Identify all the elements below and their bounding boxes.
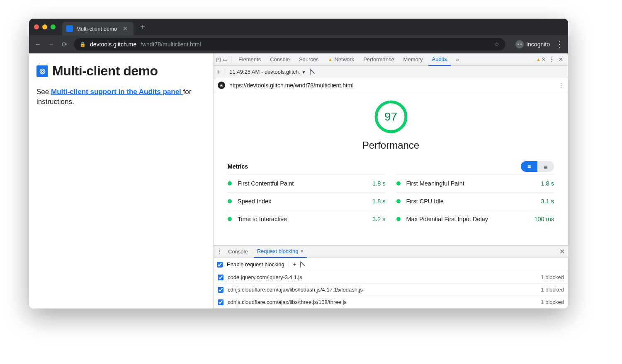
device-toggle-icon[interactable]: ▭	[223, 56, 228, 63]
drawer-tab-console[interactable]: Console	[225, 246, 251, 258]
pattern-checkbox[interactable]	[218, 287, 224, 293]
status-dot-icon	[396, 199, 401, 203]
browser-tab[interactable]: Multi-client demo ✕	[62, 22, 134, 35]
metric-row: First CPU Idle3.1 s	[396, 192, 554, 210]
devtools-drawer: ⋮ Console Request blocking× ✕ Enable req…	[214, 245, 568, 309]
audits-report: 97 Performance Metrics ≡ ≣ First Content…	[214, 92, 568, 245]
blocked-pattern-row[interactable]: cdnjs.cloudflare.com/ajax/libs/three.js/…	[214, 296, 568, 309]
tabs-overflow-button[interactable]: »	[452, 53, 463, 66]
close-window-button[interactable]	[34, 24, 39, 29]
drawer-tab-request-blocking[interactable]: Request blocking×	[254, 246, 307, 258]
blocked-count: 1 blocked	[541, 274, 564, 280]
blocked-pattern-row[interactable]: cdnjs.cloudflare.com/ajax/libs/lodash.js…	[214, 284, 568, 296]
inspect-icon[interactable]: ◰	[216, 56, 221, 63]
tab-memory[interactable]: Memory	[400, 53, 427, 66]
metrics-view-toggle[interactable]: ≡ ≣	[521, 161, 554, 172]
browser-window: Multi-client demo ✕ + ← → ⟳ 🔒 devtools.g…	[29, 19, 568, 309]
audited-url: https://devtools.glitch.me/wndt78/multic…	[229, 82, 354, 89]
blocked-pattern-row[interactable]: code.jquery.com/jquery-3.4.1.js 1 blocke…	[214, 271, 568, 284]
warning-icon: ▲	[328, 57, 333, 63]
tab-elements[interactable]: Elements	[235, 53, 265, 66]
metrics-heading: Metrics	[228, 163, 248, 170]
score-value: 97	[374, 100, 408, 134]
status-dot-icon	[396, 181, 401, 186]
audits-toolbar: + 11:49:25 AM - devtools.glitch. ▼	[214, 66, 568, 78]
audits-url-bar: ⛯ https://devtools.glitch.me/wndt78/mult…	[214, 78, 568, 92]
clear-icon	[300, 261, 301, 268]
address-bar: ← → ⟳ 🔒 devtools.glitch.me/wndt78/multic…	[29, 35, 568, 53]
page-link[interactable]: Multi-client support in the Audits panel	[51, 88, 183, 96]
pattern-checkbox[interactable]	[218, 299, 224, 305]
title-bar: Multi-client demo ✕ +	[29, 19, 568, 35]
devtools-tabs: ◰ ▭ Elements Console Sources ▲Network Pe…	[214, 53, 568, 66]
view-toggle-compact[interactable]: ≡	[521, 161, 537, 172]
audit-run-selector[interactable]: 11:49:25 AM - devtools.glitch. ▼	[229, 69, 306, 75]
tab-audits[interactable]: Audits	[428, 53, 451, 66]
score-gauge: 97 Performance	[228, 100, 554, 151]
minimize-window-button[interactable]	[42, 24, 47, 29]
metric-row: First Contentful Paint1.8 s	[228, 174, 386, 192]
drawer-menu-icon[interactable]: ⋮	[217, 248, 222, 255]
audits-url-menu[interactable]: ⋮	[558, 82, 564, 89]
clear-patterns-button[interactable]	[300, 261, 301, 268]
page-viewport: ◎ Multi-client demo See Multi-client sup…	[29, 53, 214, 309]
blocked-count: 1 blocked	[541, 299, 564, 305]
status-dot-icon	[396, 217, 401, 221]
close-icon[interactable]: ×	[300, 248, 304, 254]
page-intro-prefix: See	[36, 88, 51, 96]
window-controls	[34, 24, 56, 29]
url-host: devtools.glitch.me	[90, 41, 136, 48]
reload-button[interactable]: ⟳	[61, 41, 68, 48]
tab-favicon	[66, 25, 73, 32]
request-blocking-toolbar: Enable request blocking +	[214, 258, 568, 271]
page-logo-icon: ◎	[36, 65, 48, 77]
drawer-tabs: ⋮ Console Request blocking× ✕	[214, 246, 568, 258]
clear-icon	[310, 68, 311, 75]
url-path: /wndt78/multiclient.html	[141, 41, 201, 48]
incognito-icon: 👓	[515, 40, 524, 48]
tab-sources[interactable]: Sources	[295, 53, 323, 66]
add-pattern-button[interactable]: +	[293, 261, 296, 268]
status-dot-icon	[228, 181, 232, 186]
content-area: ◎ Multi-client demo See Multi-client sup…	[29, 53, 568, 309]
drawer-close-button[interactable]: ✕	[559, 248, 565, 256]
metric-row: Time to Interactive3.2 s	[228, 210, 386, 228]
warning-icon: ▲	[536, 57, 541, 63]
metric-row: Max Potential First Input Delay100 ms	[396, 210, 554, 228]
clear-audit-button[interactable]	[310, 69, 311, 75]
tab-performance[interactable]: Performance	[360, 53, 398, 66]
blocked-patterns-list: code.jquery.com/jquery-3.4.1.js 1 blocke…	[214, 271, 568, 309]
lighthouse-icon: ⛯	[218, 82, 225, 89]
forward-button[interactable]: →	[47, 41, 55, 48]
pattern-text: cdnjs.cloudflare.com/ajax/libs/three.js/…	[228, 299, 347, 305]
pattern-checkbox[interactable]	[218, 275, 224, 280]
lock-icon: 🔒	[80, 41, 86, 47]
star-icon[interactable]: ☆	[494, 41, 500, 48]
enable-blocking-checkbox[interactable]	[217, 262, 223, 268]
pattern-text: code.jquery.com/jquery-3.4.1.js	[228, 274, 302, 280]
incognito-label: Incognito	[526, 41, 550, 48]
tab-close-icon[interactable]: ✕	[123, 25, 128, 32]
pattern-text: cdnjs.cloudflare.com/ajax/libs/lodash.js…	[228, 287, 363, 293]
maximize-window-button[interactable]	[51, 24, 56, 29]
incognito-badge: 👓 Incognito	[515, 40, 550, 48]
score-category: Performance	[362, 140, 419, 151]
warnings-indicator[interactable]: ▲3	[536, 57, 545, 63]
dropdown-caret-icon: ▼	[302, 70, 306, 75]
back-button[interactable]: ←	[34, 41, 41, 48]
status-dot-icon	[228, 217, 232, 221]
tab-console[interactable]: Console	[266, 53, 294, 66]
new-tab-button[interactable]: +	[140, 22, 145, 32]
tab-title: Multi-client demo	[76, 26, 117, 32]
metric-row: First Meaningful Paint1.8 s	[396, 174, 554, 192]
view-toggle-expanded[interactable]: ≣	[537, 161, 554, 172]
enable-blocking-label: Enable request blocking	[227, 261, 284, 268]
new-audit-button[interactable]: +	[217, 68, 221, 76]
page-intro: See Multi-client support in the Audits p…	[36, 87, 206, 107]
metrics-grid: First Contentful Paint1.8 s Speed Index1…	[228, 174, 554, 228]
tab-network[interactable]: ▲Network	[324, 53, 358, 66]
browser-menu-button[interactable]: ⋮	[556, 40, 563, 49]
devtools-close-icon[interactable]: ✕	[559, 56, 563, 63]
url-field[interactable]: 🔒 devtools.glitch.me/wndt78/multiclient.…	[74, 38, 505, 51]
devtools-settings-icon[interactable]: ⋮	[549, 56, 554, 63]
